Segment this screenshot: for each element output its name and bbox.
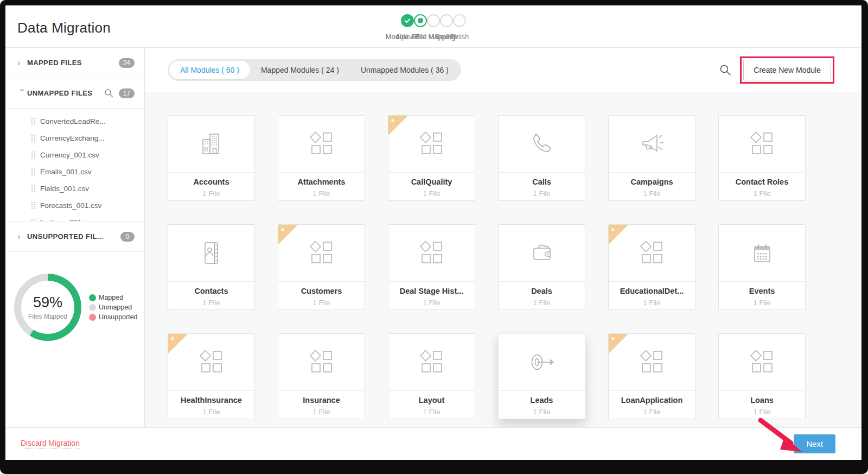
stepper-step: Review bbox=[440, 14, 453, 27]
unsupported-files-section[interactable]: › UNSUPPORTED FIL... 0 bbox=[5, 222, 144, 252]
module-card[interactable]: * bbox=[388, 333, 475, 419]
drag-handle-icon[interactable] bbox=[31, 118, 35, 125]
mapped-files-section[interactable]: › MAPPED FILES 24 bbox=[5, 48, 144, 78]
module-generic-icon bbox=[309, 350, 334, 375]
mapping-progress: 59% Files Mapped Mapped Unmapped bbox=[5, 252, 144, 341]
module-file-count: 1 File bbox=[168, 299, 254, 307]
module-name: Contacts bbox=[168, 287, 254, 295]
drag-handle-icon[interactable] bbox=[31, 168, 35, 175]
discard-migration-link[interactable]: Discard Migration bbox=[21, 439, 80, 449]
stepper-step: Module - File Mapping bbox=[414, 14, 427, 27]
module-name: Events bbox=[719, 287, 805, 295]
legend-label: Mapped bbox=[99, 294, 123, 301]
file-name: Emails_001.csv bbox=[40, 168, 92, 176]
module-name: Leads bbox=[499, 396, 585, 405]
module-card[interactable]: * bbox=[718, 115, 806, 201]
modules-main: All Modules ( 60 ) Mapped Modules ( 24 )… bbox=[145, 48, 861, 427]
next-button[interactable]: Next bbox=[794, 434, 835, 453]
module-name: Loans bbox=[719, 396, 805, 405]
file-list-item[interactable]: CurrencyExchang... bbox=[5, 130, 144, 147]
unmapped-file-list: ConvertedLeadRe... CurrencyExchang... bbox=[5, 109, 144, 222]
module-card[interactable]: * bbox=[718, 333, 806, 419]
module-name: Campaigns bbox=[609, 178, 695, 186]
module-generic-icon bbox=[640, 241, 665, 266]
legend-item: Mapped bbox=[89, 294, 138, 301]
screenshot-frame: Data Migration Upload Module - File Mapp… bbox=[0, 0, 868, 474]
module-generic-icon bbox=[419, 350, 444, 375]
module-icon-area bbox=[278, 116, 365, 173]
module-card[interactable]: * bbox=[168, 224, 255, 310]
module-name: Deals bbox=[499, 287, 585, 295]
drag-handle-icon[interactable] bbox=[31, 135, 35, 142]
module-name: Layout bbox=[388, 396, 475, 405]
file-name: Fields_001.csv bbox=[40, 185, 89, 193]
file-list-item[interactable]: Emails_001.csv bbox=[5, 163, 144, 180]
sidebar-search-icon[interactable] bbox=[104, 89, 113, 98]
module-card[interactable]: * bbox=[608, 333, 695, 419]
module-card[interactable]: * bbox=[498, 333, 585, 419]
legend-item: Unmapped bbox=[89, 304, 138, 311]
module-card[interactable]: * bbox=[388, 224, 475, 310]
unmapped-files-label: UNMAPPED FILES bbox=[27, 89, 104, 97]
module-card[interactable]: * bbox=[388, 115, 475, 201]
module-file-count: 1 File bbox=[499, 189, 585, 198]
module-file-count: 1 File bbox=[499, 408, 585, 416]
drag-handle-icon[interactable] bbox=[31, 202, 35, 209]
module-card[interactable]: * bbox=[278, 115, 365, 201]
module-icon-area bbox=[719, 116, 805, 173]
calendar-icon bbox=[749, 240, 775, 266]
file-list-item[interactable]: ConvertedLeadRe... bbox=[5, 113, 144, 130]
legend-item: Unsupported bbox=[89, 313, 138, 321]
module-file-count: 1 File bbox=[168, 408, 254, 416]
module-icon-area bbox=[719, 334, 805, 391]
megaphone-icon bbox=[639, 131, 666, 157]
module-generic-icon bbox=[309, 131, 334, 156]
phone-icon bbox=[529, 131, 555, 157]
module-icon-area bbox=[388, 334, 475, 391]
module-filter-tab[interactable]: Mapped Modules ( 24 ) bbox=[250, 61, 350, 79]
file-name: Currency_001.csv bbox=[40, 151, 99, 159]
module-filter-tabs: All Modules ( 60 ) Mapped Modules ( 24 )… bbox=[168, 59, 461, 81]
module-card[interactable]: * bbox=[608, 115, 695, 201]
step-circle-icon bbox=[414, 14, 427, 27]
mapped-files-label: MAPPED FILES bbox=[27, 59, 119, 67]
module-file-count: 1 File bbox=[609, 408, 695, 416]
module-card[interactable]: * bbox=[498, 115, 585, 201]
data-migration-app: Data Migration Upload Module - File Mapp… bbox=[5, 5, 861, 460]
module-card[interactable]: * bbox=[278, 224, 365, 310]
drag-handle-icon[interactable] bbox=[31, 151, 35, 159]
module-card[interactable]: * bbox=[168, 333, 255, 419]
module-card[interactable]: * bbox=[608, 224, 695, 310]
module-card[interactable]: * bbox=[498, 224, 585, 310]
module-filter-tab[interactable]: Unmapped Modules ( 36 ) bbox=[350, 61, 459, 79]
legend-marker-icon bbox=[89, 294, 96, 301]
module-name: Accounts bbox=[168, 178, 254, 186]
asterisk-icon: * bbox=[171, 335, 174, 344]
file-list-item[interactable]: Forecasts_001.csv bbox=[5, 197, 144, 214]
module-icon-area bbox=[388, 225, 475, 282]
file-name: ConvertedLeadRe... bbox=[40, 117, 106, 125]
create-new-module-button[interactable]: Create New Module bbox=[743, 60, 831, 80]
module-icon-area bbox=[499, 225, 585, 282]
drag-handle-icon[interactable] bbox=[31, 185, 35, 192]
module-name: Customers bbox=[278, 287, 365, 295]
asterisk-icon: * bbox=[281, 226, 284, 235]
file-list-item[interactable]: Currency_001.csv bbox=[5, 147, 144, 163]
unmapped-files-section[interactable]: › UNMAPPED FILES 17 bbox=[5, 78, 144, 109]
module-file-count: 1 File bbox=[168, 189, 254, 198]
file-list-item[interactable]: Invitees_001.csv bbox=[5, 214, 144, 222]
module-name: Deal Stage Hist... bbox=[388, 287, 475, 295]
module-filter-tab[interactable]: All Modules ( 60 ) bbox=[169, 61, 250, 79]
legend-marker-icon bbox=[89, 314, 96, 321]
module-file-count: 1 File bbox=[499, 299, 585, 307]
module-card[interactable]: * bbox=[278, 333, 365, 419]
module-name: CallQuality bbox=[388, 178, 475, 186]
file-list-item[interactable]: Fields_001.csv bbox=[5, 180, 144, 197]
module-name: Insurance bbox=[278, 396, 365, 405]
unsupported-files-count-badge: 0 bbox=[120, 232, 135, 242]
module-card[interactable]: * bbox=[718, 224, 806, 310]
unsupported-files-label: UNSUPPORTED FIL... bbox=[27, 232, 120, 241]
module-card[interactable]: * bbox=[168, 115, 255, 201]
module-search-icon[interactable] bbox=[719, 64, 731, 76]
wallet-icon bbox=[529, 240, 555, 266]
